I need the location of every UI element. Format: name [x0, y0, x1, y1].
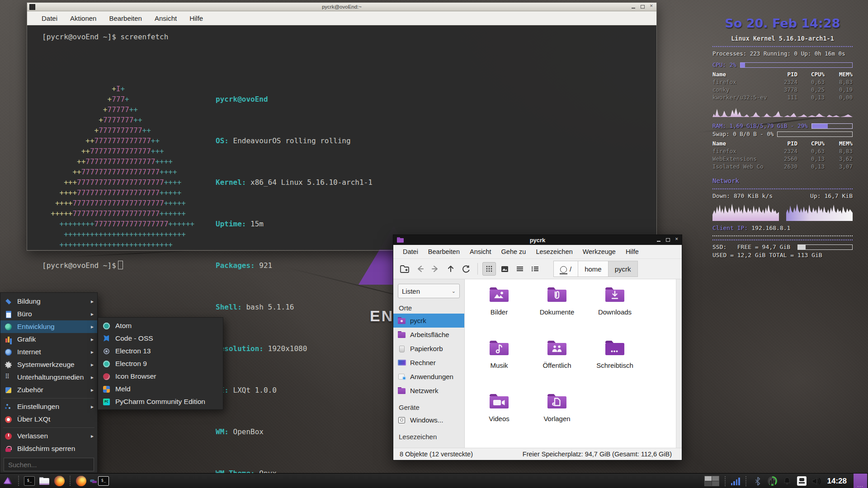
file-manager-menu-item[interactable]: Ansicht: [465, 248, 496, 255]
app-menu-category[interactable]: Bildschirm sperren: [0, 442, 97, 455]
maximize-icon[interactable]: [641, 5, 645, 9]
menu-search-input[interactable]: [4, 458, 94, 471]
terminal-menu-item[interactable]: Datei: [35, 14, 64, 22]
folder-icon: [546, 286, 568, 305]
terminal-menu-item[interactable]: Bearbeiten: [103, 14, 148, 22]
compact-view-button[interactable]: [513, 262, 527, 276]
file-manager-menu-item[interactable]: Datei: [398, 248, 423, 255]
new-tab-button[interactable]: [398, 262, 411, 276]
icon-view-button[interactable]: [482, 262, 496, 276]
app-menu-category[interactable]: Bildung ▸: [0, 295, 97, 308]
submenu-app-item[interactable]: Meld: [98, 383, 223, 395]
updates-icon[interactable]: [768, 476, 777, 486]
path-home-button[interactable]: home: [578, 261, 609, 277]
close-icon[interactable]: [650, 5, 654, 9]
path-current-button[interactable]: pycrk: [608, 261, 638, 277]
terminal-task-button[interactable]: $_: [98, 475, 109, 487]
folder-item[interactable]: Schreibtisch: [588, 335, 642, 389]
folder-item[interactable]: Vorlagen: [530, 389, 584, 442]
app-menu-category[interactable]: Büro ▸: [0, 308, 97, 320]
file-manager-task-button[interactable]: [90, 479, 94, 482]
desktop-pager[interactable]: [704, 476, 719, 486]
close-icon[interactable]: [675, 238, 679, 242]
chevron-down-icon: ⌄: [452, 288, 456, 294]
taskbar: $_ $_: [0, 473, 868, 488]
app-menu-category[interactable]: Grafik ▸: [0, 333, 97, 346]
app-icon: [103, 322, 110, 330]
place-icon: [398, 345, 406, 352]
submenu-app-item[interactable]: Electron 13: [98, 345, 223, 357]
minimize-icon[interactable]: [657, 238, 661, 242]
forward-button[interactable]: [429, 262, 442, 276]
conky-client-ip: 192.168.8.1: [751, 225, 790, 231]
file-manager-menu-item[interactable]: Hilfe: [621, 248, 644, 255]
folder-item[interactable]: Videos: [472, 389, 526, 442]
category-icon: [5, 374, 12, 381]
taskbar-clock[interactable]: 14:28: [827, 477, 847, 486]
reload-button[interactable]: [459, 262, 473, 276]
folder-label: Vorlagen: [543, 415, 570, 422]
terminal-launcher[interactable]: $_: [24, 475, 35, 487]
file-list-view[interactable]: Bilder Dokumente: [465, 279, 682, 448]
app-menu-button[interactable]: [2, 475, 14, 487]
file-manager-sidebar: Listen⌄ Orte pycrk Arbeitsfläche: [393, 279, 465, 448]
app-menu-category[interactable]: Über LXQt: [0, 413, 97, 426]
path-root-button[interactable]: /: [553, 261, 578, 277]
sidebar-mode-dropdown[interactable]: Listen⌄: [398, 284, 460, 298]
submenu-app-item[interactable]: Electron 9: [98, 357, 223, 370]
file-manager-menu-item[interactable]: Lesezeichen: [531, 248, 577, 255]
submenu-app-item[interactable]: PyCharm Community Edition: [98, 395, 223, 408]
back-button[interactable]: [413, 262, 427, 276]
sidebar-place-item[interactable]: Netzwerk: [393, 384, 464, 398]
app-menu-category[interactable]: Einstellungen ▸: [0, 400, 97, 413]
folder-item[interactable]: Bilder: [472, 282, 526, 335]
terminal-menu-item[interactable]: Ansicht: [148, 14, 183, 22]
show-desktop-button[interactable]: ···: [854, 474, 867, 488]
submenu-app-item[interactable]: Code - OSS: [98, 332, 223, 345]
terminal-command-line: [pycrk@ovoEnd ~]$ screenfetch: [42, 32, 656, 42]
thumbnail-view-button[interactable]: [498, 262, 511, 276]
file-manager-menu-item[interactable]: Gehe zu: [496, 248, 531, 255]
file-manager-launcher[interactable]: [38, 475, 50, 487]
bluetooth-icon[interactable]: [752, 475, 764, 487]
app-menu-category[interactable]: Entwicklung ▸: [0, 320, 97, 333]
folder-item[interactable]: Öffentlich: [530, 335, 584, 389]
sidebar-place-item[interactable]: Arbeitsfläche: [393, 328, 464, 342]
firefox-task-button[interactable]: [75, 475, 87, 487]
folder-icon: [546, 339, 568, 359]
up-button[interactable]: [444, 262, 458, 276]
folder-item[interactable]: Downloads: [588, 282, 642, 335]
folder-item[interactable]: Dokumente: [530, 282, 584, 335]
sidebar-place-item[interactable]: pycrk: [393, 314, 464, 328]
terminal-titlebar[interactable]: pycrk@ovoEnd:~: [27, 3, 656, 11]
folder-label: Schreibtisch: [596, 361, 633, 369]
sidebar-place-item[interactable]: Anwendungen: [393, 370, 464, 384]
app-menu-category[interactable]: Unterhaltungsmedien ▸: [0, 371, 97, 384]
submenu-app-item[interactable]: Atom: [98, 319, 223, 332]
terminal-body[interactable]: [pycrk@ovoEnd ~]$ screenfetch +I+ +777+ …: [27, 25, 656, 250]
sidebar-device-item[interactable]: Windows...: [393, 413, 464, 427]
firefox-launcher[interactable]: [53, 475, 65, 487]
notifications-bell-icon[interactable]: [781, 475, 793, 487]
file-manager-titlebar[interactable]: pycrk: [393, 235, 682, 245]
network-signal-icon[interactable]: [731, 477, 740, 485]
app-menu-category[interactable]: Systemwerkzeuge ▸: [0, 358, 97, 371]
submenu-app-item[interactable]: Icon Browser: [98, 370, 223, 383]
category-icon: [5, 432, 12, 440]
app-menu-category[interactable]: Verlassen ▸: [0, 430, 97, 442]
scrollbar[interactable]: [676, 279, 682, 448]
app-menu-category[interactable]: Internet ▸: [0, 346, 97, 358]
keyboard-indicator-icon[interactable]: [797, 476, 807, 486]
folder-item[interactable]: Musik: [472, 335, 526, 389]
file-manager-menu-item[interactable]: Bearbeiten: [423, 248, 465, 255]
sidebar-place-item[interactable]: Papierkorb: [393, 342, 464, 356]
minimize-icon[interactable]: [632, 5, 636, 9]
maximize-icon[interactable]: [666, 238, 670, 242]
detailed-list-view-button[interactable]: [528, 262, 542, 276]
app-menu-category[interactable]: Zubehör ▸: [0, 384, 97, 396]
terminal-menu-item[interactable]: Hilfe: [183, 14, 209, 22]
file-manager-menu-item[interactable]: Werkzeuge: [578, 248, 621, 255]
sidebar-place-item[interactable]: Rechner: [393, 356, 464, 370]
volume-icon[interactable]: [811, 475, 822, 487]
terminal-menu-item[interactable]: Aktionen: [64, 14, 103, 22]
